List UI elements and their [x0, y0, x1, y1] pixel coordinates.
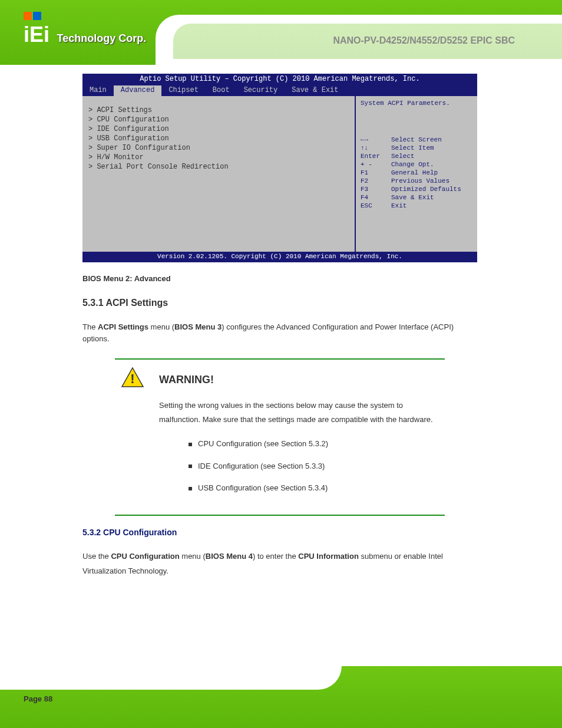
logo-block-blue — [33, 12, 41, 20]
nav-key-line: EnterSelect — [361, 153, 472, 160]
bios-menu-item: > H/W Monitor — [88, 153, 349, 162]
logo-block-orange — [24, 12, 32, 20]
bios-footer: Version 2.02.1205. Copyright (C) 2010 Am… — [82, 252, 477, 262]
bios-menu-item: > Serial Port Console Redirection — [88, 162, 349, 172]
nav-key: Enter — [361, 153, 391, 160]
warning-title: WARNING! — [159, 370, 445, 389]
nav-key-desc: Previous Values — [391, 177, 449, 185]
nav-key-desc: General Help — [391, 169, 438, 176]
nav-key: + - — [361, 161, 391, 168]
nav-key-arrows: ←→ — [361, 136, 391, 143]
cpu-section-heading: 5.3.2 CPU Configuration — [82, 528, 177, 537]
document-title: NANO-PV-D4252/N4552/D5252 EPIC SBC — [333, 35, 515, 46]
nav-key-desc: Select Screen — [391, 136, 442, 143]
bios-menu-item: > IDE Configuration — [88, 124, 349, 134]
nav-key-desc: Optimized Defaults — [391, 186, 461, 193]
nav-key: F4 — [361, 194, 391, 201]
nav-key-line: F4Save & Exit — [361, 194, 472, 201]
warning-content: WARNING! Setting the wrong values in the… — [159, 370, 445, 495]
bios-menu-item: > USB Configuration — [88, 134, 349, 143]
nav-key-desc: Change Opt. — [391, 161, 434, 168]
warning-list-item: IDE Configuration (see Section 5.3.3) — [189, 459, 445, 473]
nav-key-line: + -Change Opt. — [361, 161, 472, 168]
bios-tab-save-exit: Save & Exit — [285, 85, 345, 96]
logo-iei: iEi — [24, 22, 49, 47]
bullet-icon — [189, 443, 192, 446]
bullet-icon — [189, 465, 192, 468]
bios-help-area: System ACPI Parameters. ←→Select Screen … — [355, 96, 477, 252]
bios-help-text: System ACPI Parameters. — [361, 100, 472, 107]
cpu-section-number: 5.3.2 — [82, 528, 101, 537]
nav-key-desc: Select Item — [391, 144, 434, 151]
bios-menu-item: > CPU Configuration — [88, 115, 349, 124]
nav-key: ESC — [361, 202, 391, 209]
warning-box: ! WARNING! Setting the wrong values in t… — [115, 358, 445, 516]
bios-menu-item: > ACPI Settings — [88, 106, 349, 115]
section-title: ACPI Settings — [105, 298, 168, 308]
bios-menu-area: > ACPI Settings > CPU Configuration > ID… — [82, 96, 355, 252]
section-number: 5.3.1 — [82, 298, 104, 308]
nav-key-line: F1General Help — [361, 169, 472, 176]
footer-decoration — [0, 666, 562, 728]
nav-key-desc: Select — [391, 153, 415, 160]
bios-menu-item: > Super IO Configuration — [88, 143, 349, 153]
cpu-section-text: Use the CPU Configuration menu (BIOS Men… — [82, 549, 477, 578]
warning-list-item: USB Configuration (see Section 5.3.4) — [189, 481, 445, 495]
cpu-section-title: CPU Configuration — [103, 528, 177, 537]
logo-company-text: Technology Corp. — [57, 32, 146, 44]
nav-key: F3 — [361, 186, 391, 193]
warning-list-item: CPU Configuration (see Section 5.3.2) — [189, 437, 445, 450]
nav-key-line: F2Previous Values — [361, 177, 472, 185]
svg-text:!: ! — [130, 371, 134, 386]
bios-body: > ACPI Settings > CPU Configuration > ID… — [82, 96, 477, 252]
nav-key-arrows: ↑↓ — [361, 144, 391, 151]
warning-list: CPU Configuration (see Section 5.3.2) ID… — [189, 437, 445, 495]
bios-panel: Aptio Setup Utility – Copyright (C) 2010… — [82, 74, 477, 262]
bios-menu-caption: BIOS Menu 2: Advanced — [82, 274, 171, 283]
warning-icon: ! — [121, 367, 144, 388]
nav-key-desc: Exit — [391, 202, 406, 209]
bios-header-title: Aptio Setup Utility – Copyright (C) 2010… — [82, 74, 477, 85]
bios-tab-advanced: Advanced — [114, 85, 162, 96]
nav-key-line: ↑↓Select Item — [361, 144, 472, 151]
bios-tab-boot: Boot — [206, 85, 237, 96]
bios-tabs: Main Advanced Chipset Boot Security Save… — [82, 85, 477, 96]
bios-tab-chipset: Chipset — [161, 85, 205, 96]
nav-key-line: F3Optimized Defaults — [361, 186, 472, 193]
nav-key-line: ESCExit — [361, 202, 472, 209]
nav-key: F2 — [361, 177, 391, 185]
bios-tab-security: Security — [237, 85, 285, 96]
logo-area: iEi Technology Corp. — [24, 12, 146, 47]
warning-intro: Setting the wrong values in the sections… — [159, 398, 445, 426]
page-number: Page 88 — [24, 694, 52, 703]
nav-key-line: ←→Select Screen — [361, 136, 472, 143]
nav-key: F1 — [361, 169, 391, 176]
nav-key-desc: Save & Exit — [391, 194, 434, 201]
section-text: The ACPI Settings menu (BIOS Menu 3) con… — [82, 321, 477, 344]
bios-tab-main: Main — [82, 85, 114, 96]
section-heading: 5.3.1 ACPI Settings — [82, 298, 168, 308]
bullet-icon — [189, 487, 192, 490]
